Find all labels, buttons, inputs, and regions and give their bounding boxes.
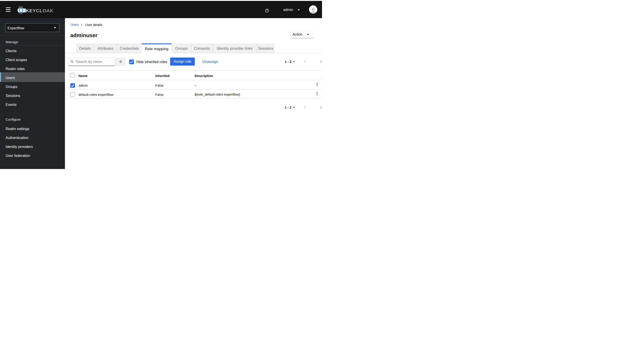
svg-text:KEYCLOAK: KEYCLOAK [26,8,53,13]
svg-text:?: ? [266,9,268,12]
